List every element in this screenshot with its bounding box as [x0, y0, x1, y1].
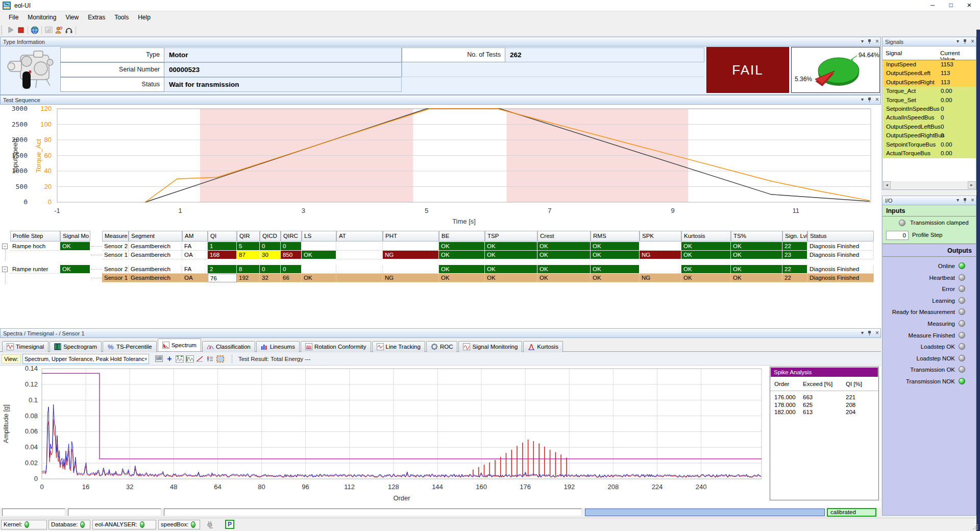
result-cell[interactable]: Diagnosis Finished	[807, 274, 874, 282]
tab-signal-monitoring[interactable]: Signal Monitoring	[458, 341, 522, 352]
profile-step-field[interactable]: 0	[886, 231, 909, 240]
result-cell[interactable]: Sensor 1	[102, 274, 129, 282]
result-cell[interactable]: OK	[537, 265, 591, 274]
result-cell[interactable]: 0	[260, 265, 281, 274]
result-cell[interactable]: OK	[485, 251, 537, 259]
result-cell[interactable]: Sensor 2	[102, 265, 129, 274]
result-cell[interactable]: Sensor 1	[102, 251, 129, 259]
result-cell[interactable]	[336, 251, 383, 259]
result-cell[interactable]: OK	[302, 274, 336, 282]
results-header-kurtosis[interactable]: Kurtosis	[681, 231, 731, 242]
result-cell[interactable]: 192	[237, 274, 260, 282]
result-cell[interactable]: FA	[182, 265, 208, 274]
tab-linesums[interactable]: Linesums	[256, 341, 300, 352]
results-header-spk[interactable]: SPK	[640, 231, 681, 242]
results-header-at[interactable]: AT	[336, 231, 383, 242]
result-cell[interactable]: Gesamtbereich	[129, 265, 182, 274]
results-header-am[interactable]: AM	[182, 231, 208, 242]
menu-item-view[interactable]: View	[61, 11, 83, 23]
fit-y-button[interactable]	[185, 354, 195, 364]
audio-button[interactable]	[64, 25, 74, 35]
results-header-status[interactable]: Status	[807, 231, 874, 242]
result-cell[interactable]: 66	[281, 274, 302, 282]
results-header-rms[interactable]: RMS	[591, 231, 640, 242]
result-cell[interactable]: OK	[681, 274, 731, 282]
minimize-button[interactable]: ─	[924, 0, 941, 11]
pin-icon[interactable]	[963, 198, 967, 203]
results-header-qir[interactable]: QIR	[237, 231, 260, 242]
results-header-ts%[interactable]: TS%	[731, 231, 782, 242]
results-header-signal-mo[interactable]: Signal Mo	[60, 231, 90, 242]
scroll-left-arrow[interactable]: ◂	[883, 181, 891, 189]
result-cell[interactable]: 30	[260, 251, 281, 259]
group-expander[interactable]: −	[2, 267, 8, 272]
result-cell[interactable]: 8	[237, 265, 260, 274]
result-cell[interactable]: NG	[640, 251, 681, 259]
result-cell[interactable]: 1	[208, 242, 237, 251]
slope-button[interactable]	[195, 354, 205, 364]
result-cell[interactable]: 22	[782, 242, 807, 251]
result-cell[interactable]: OK	[681, 251, 731, 259]
results-header-measure[interactable]: Measure	[102, 231, 129, 242]
result-cell[interactable]: OK	[439, 265, 485, 274]
results-header-pht[interactable]: PHT	[383, 231, 439, 242]
result-cell[interactable]: OK	[485, 265, 537, 274]
result-cell[interactable]: 0	[281, 242, 302, 251]
result-cell[interactable]	[640, 242, 681, 251]
user-settings-button[interactable]	[54, 25, 64, 35]
chevron-down-icon[interactable]: ▾	[957, 38, 959, 44]
view-select[interactable]: Spectrum, Upper Tolerance, Peak Hold Tol…	[22, 354, 149, 364]
result-cell[interactable]	[336, 265, 383, 274]
result-cell[interactable]: 5	[237, 242, 260, 251]
signal-mode-cell[interactable]: OK	[60, 265, 90, 274]
tab-spectrogram[interactable]: Spectrogram	[50, 341, 102, 352]
result-cell[interactable]: 850	[281, 251, 302, 259]
legend-button[interactable]	[205, 354, 215, 364]
results-header-qi[interactable]: QI	[208, 231, 237, 242]
chevron-down-icon[interactable]: ▾	[861, 96, 864, 103]
tab-kurtosis[interactable]: Kurtosis	[523, 341, 563, 352]
result-cell[interactable]: 0	[260, 242, 281, 251]
fit-x-button[interactable]	[175, 354, 185, 364]
results-header-profile-step[interactable]: Profile Step	[10, 231, 60, 242]
result-cell[interactable]	[383, 265, 439, 274]
close-icon[interactable]: ×	[971, 38, 974, 44]
result-cell[interactable]: 22	[782, 274, 807, 282]
result-cell[interactable]	[302, 242, 336, 251]
result-cell[interactable]: OA	[182, 251, 208, 259]
results-header-be[interactable]: BE	[439, 231, 485, 242]
tab-rotation-conformity[interactable]: Rotation Conformity	[301, 341, 371, 352]
result-cell[interactable]: 76	[208, 274, 237, 282]
result-cell[interactable]: OK	[302, 251, 336, 259]
result-cell[interactable]: OK	[591, 242, 640, 251]
result-cell[interactable]: OK	[731, 265, 782, 274]
result-cell[interactable]: OK	[537, 242, 591, 251]
result-cell[interactable]: OK	[731, 242, 782, 251]
profile-step-cell[interactable]: Rampe hoch	[10, 242, 60, 251]
pin-icon[interactable]	[867, 39, 872, 44]
close-icon[interactable]: ×	[971, 197, 974, 203]
result-cell[interactable]: NG	[383, 251, 439, 259]
result-cell[interactable]: OK	[439, 274, 485, 282]
result-cell[interactable]: OK	[681, 265, 731, 274]
signals-h-scrollbar[interactable]: ◂ ▸	[883, 181, 975, 189]
menu-item-extras[interactable]: Extras	[83, 11, 110, 23]
result-cell[interactable]: OK	[731, 251, 782, 259]
result-cell[interactable]: OK	[681, 242, 731, 251]
pin-icon[interactable]	[867, 330, 872, 336]
resize-grip[interactable]	[972, 524, 978, 530]
result-cell[interactable]: OK	[485, 242, 537, 251]
add-button[interactable]: +	[164, 354, 175, 364]
result-cell[interactable]: Diagnosis Finished	[807, 242, 874, 251]
close-icon[interactable]: ×	[875, 96, 879, 103]
menu-item-file[interactable]: File	[4, 11, 23, 23]
group-expander[interactable]: −	[2, 244, 8, 249]
result-cell[interactable]: 168	[208, 251, 237, 259]
result-cell[interactable]: OK	[731, 274, 782, 282]
result-cell[interactable]: FA	[182, 242, 208, 251]
signal-mode-cell[interactable]: OK	[60, 242, 90, 251]
stop-button[interactable]	[16, 25, 26, 35]
close-icon[interactable]: ×	[875, 330, 879, 336]
chevron-down-icon[interactable]: ▾	[861, 38, 864, 44]
results-header-tsp[interactable]: TSP	[485, 231, 537, 242]
